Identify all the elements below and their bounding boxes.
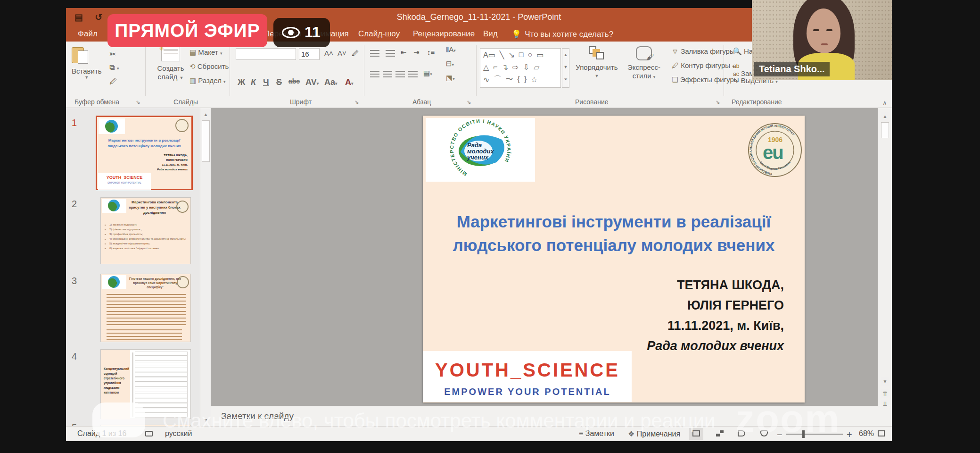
align-right-button[interactable] xyxy=(395,71,405,77)
quick-styles-button[interactable]: 🖌 Экспресс-стили ▾ xyxy=(621,46,667,81)
spellcheck-icon[interactable] xyxy=(145,429,153,438)
tellme-box[interactable]: 💡Что вы хотите сделать? xyxy=(511,29,613,39)
section-button[interactable]: ▥ Раздел ▾ xyxy=(189,76,226,85)
new-slide-button[interactable]: ✳ Создатьслайд ▼ xyxy=(154,46,188,82)
decrease-indent-button[interactable]: ⇤ xyxy=(401,48,407,57)
down-arrow-shape-icon: ⇩ xyxy=(523,63,529,72)
eye-icon xyxy=(282,27,300,38)
fit-to-window-button[interactable] xyxy=(878,429,885,438)
replace-icon: abac xyxy=(733,63,739,77)
slide-scroll-down-icon[interactable]: ▼ xyxy=(881,377,889,386)
align-text-button[interactable]: ⊟▾ xyxy=(446,59,454,68)
shapes-scrollbar[interactable]: ▲▼⏷ xyxy=(562,48,569,88)
font-name-combo[interactable] xyxy=(236,48,296,60)
strikethrough-button[interactable]: S xyxy=(276,77,282,87)
thumbnail-scrollbar[interactable]: ▲ ▼ xyxy=(200,108,211,426)
italic-button[interactable]: К xyxy=(251,77,256,87)
arrange-button[interactable]: Упорядочить ▼ xyxy=(574,46,619,80)
font-color-button[interactable]: А▾ xyxy=(345,77,354,87)
viewer-count-badge: 11 xyxy=(273,18,330,47)
paste-label: Вставить xyxy=(72,67,102,75)
oval-shape-icon: ○ xyxy=(528,50,533,59)
align-center-button[interactable] xyxy=(383,71,392,77)
font-size-combo[interactable] xyxy=(299,48,320,60)
participant-mouth xyxy=(821,43,828,45)
thumb1-title: Маркетингові інструменти в реалізаціїлюд… xyxy=(97,138,191,149)
participant-face xyxy=(807,8,840,53)
justify-button[interactable] xyxy=(408,71,418,77)
slide-scroll-thumb[interactable] xyxy=(881,122,889,138)
shape-effects-button[interactable]: ❏ Эффекты фигуры ▾ xyxy=(672,76,743,84)
participant-eye xyxy=(826,29,832,31)
paste-button[interactable]: Вставить ▼ xyxy=(72,47,102,80)
zoom-level[interactable]: 68% xyxy=(859,429,874,438)
thumb3-title: Гіпотези нашого дослідження, яке врахову… xyxy=(127,277,183,289)
viewer-count: 11 xyxy=(305,24,321,41)
format-painter-button[interactable]: 🖉 xyxy=(109,77,117,86)
clipboard-dialog-launcher[interactable]: ⇘ xyxy=(136,99,140,105)
increase-font-button[interactable]: A˄ xyxy=(324,49,333,57)
line-spacing-button[interactable]: ↕≡ xyxy=(427,48,435,56)
font-dialog-launcher[interactable]: ⇘ xyxy=(354,99,359,105)
shapes-gallery[interactable]: A▭╲↘□○▭ △⌐↴⇨⇩▱ ∿⌒〜{}☆ xyxy=(480,48,561,88)
layout-button[interactable]: ▤ Макет ▾ xyxy=(189,48,222,57)
numbering-button[interactable] xyxy=(386,50,395,57)
live-badge: ПРЯМОЙ ЭФИР xyxy=(107,14,267,47)
scribble-shape-icon: ∿ xyxy=(483,75,489,84)
convert-smartart-button[interactable]: ⬔▾ xyxy=(446,74,455,82)
shape-fill-button[interactable]: 🜄 Заливка фигуры ▾ xyxy=(672,47,739,55)
participant-video[interactable]: Tetiana Shko... xyxy=(752,0,892,80)
paragraph-dialog-launcher[interactable]: ⇘ xyxy=(467,99,471,105)
shape-outline-button[interactable]: 🖊 Контур фигуры ▾ xyxy=(672,61,734,69)
slide-thumbnail-panel: 1 Маркетингові інструменти в реалізаціїл… xyxy=(66,108,200,426)
group-separator xyxy=(476,45,477,96)
arrow-shape-icon: ↘ xyxy=(508,50,514,59)
increase-indent-button[interactable]: ⇥ xyxy=(413,48,420,57)
bold-button[interactable]: Ж xyxy=(238,77,245,87)
brace-close-icon: } xyxy=(524,75,527,84)
decrease-font-button[interactable]: A˅ xyxy=(338,49,346,57)
tab-review[interactable]: Рецензирование xyxy=(413,29,475,39)
collapse-ribbon-button[interactable]: ∧ xyxy=(882,99,887,107)
slide-thumbnail-2[interactable]: Маркетингова компонента присутня у насту… xyxy=(100,197,191,264)
cut-button[interactable]: ✂ xyxy=(109,49,116,59)
text-direction-button[interactable]: ⫴A▾ xyxy=(446,45,456,54)
previous-slide-button[interactable]: ⇈ xyxy=(881,389,889,398)
thumb3-text-lines xyxy=(107,311,186,327)
tab-file[interactable]: Файл xyxy=(78,29,98,39)
participant-name-label: Tetiana Shko... xyxy=(754,62,830,76)
tab-view[interactable]: Вид xyxy=(483,29,498,39)
slide-scroll-up-icon[interactable]: ▲ xyxy=(881,112,889,121)
slide-scrollbar-rail: ▲ ▼ ⇈ ⇊ xyxy=(878,108,892,414)
clear-formatting-button[interactable]: 🖉 xyxy=(352,49,359,57)
scroll-up-icon[interactable]: ▲ xyxy=(201,110,210,119)
thumb1-logo-right xyxy=(175,119,189,132)
paragraph-group-label: Абзац xyxy=(412,98,431,106)
outline-pen-icon: 🖊 xyxy=(672,61,679,69)
zoom-in-button[interactable]: + xyxy=(847,429,852,440)
thumb3-text-lines xyxy=(107,329,182,340)
slide-thumbnail-1[interactable]: Маркетингові інструменти в реалізаціїлюд… xyxy=(96,116,193,190)
subscript-button[interactable]: abc xyxy=(288,77,300,85)
slide-thumbnail-3[interactable]: Гіпотези нашого дослідження, яке врахову… xyxy=(100,274,191,342)
thumb3-logo-left xyxy=(102,275,126,289)
group-separator xyxy=(364,45,364,96)
reactions-bubble-icon[interactable] xyxy=(92,403,145,437)
lightbulb-icon: 💡 xyxy=(511,29,521,39)
columns-button[interactable]: ▦▾ xyxy=(423,69,432,77)
slides-group-label: Слайды xyxy=(173,98,198,106)
thumb-number-1: 1 xyxy=(72,117,77,128)
reset-button[interactable]: ⟲ Сбросить xyxy=(189,62,229,71)
drawing-dialog-launcher[interactable]: ⇘ xyxy=(716,99,720,105)
thumbnail-scroll-thumb[interactable] xyxy=(202,120,210,162)
bullets-button[interactable] xyxy=(370,50,379,57)
underline-button[interactable]: Ч xyxy=(263,77,269,87)
align-left-button[interactable] xyxy=(370,71,379,77)
character-spacing-button[interactable]: AV▾ xyxy=(305,77,319,87)
copy-button[interactable]: ⧉ ▾ xyxy=(109,63,119,72)
current-slide[interactable]: МІНІСТЕРСТВО ОСВІТИ І НАУКИ УКРАЇНИ Рада… xyxy=(423,116,805,403)
change-case-button[interactable]: Aa▾ xyxy=(324,77,338,87)
tab-slideshow[interactable]: Слайд-шоу xyxy=(358,29,400,39)
group-separator xyxy=(145,45,146,96)
swipe-hint-text: Смахните влево, чтобы посмотреть коммент… xyxy=(163,410,775,432)
